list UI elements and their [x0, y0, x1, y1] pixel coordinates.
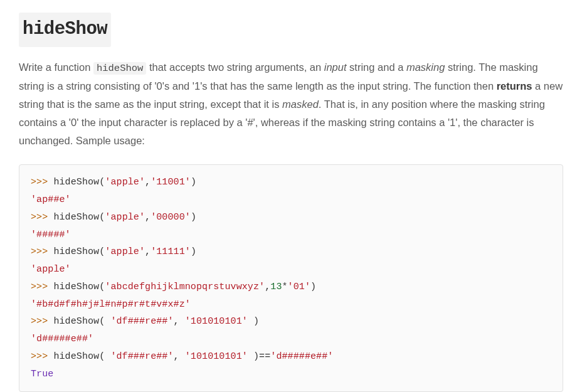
func-name: hideShow: [53, 351, 99, 362]
number-literal: 13: [270, 282, 282, 292]
repl-output: '#####': [31, 230, 71, 240]
strong-returns: returns: [497, 80, 532, 92]
string-literal: 'apple': [105, 177, 145, 188]
sample-usage-code: >>> hideShow('apple','11001') 'ap##e' >>…: [19, 164, 563, 392]
string-literal: '101010101': [185, 351, 248, 362]
bool-literal: True: [31, 369, 53, 379]
func-name: hideShow: [53, 212, 99, 223]
paren: ): [248, 351, 259, 362]
paren: (: [99, 282, 105, 292]
em-input: input: [324, 61, 347, 73]
repl-output: 'apple': [31, 264, 71, 275]
em-masked: masked: [282, 98, 319, 110]
repl-prompt: >>>: [31, 246, 53, 257]
repl-prompt: >>>: [31, 177, 53, 188]
operator: *: [282, 282, 287, 292]
paren: (: [99, 177, 105, 188]
repl-prompt: >>>: [31, 282, 53, 292]
string-literal: '11001': [151, 177, 191, 188]
paren: ): [191, 246, 196, 257]
problem-description: Write a function hideShow that accepts t…: [19, 58, 563, 150]
operator: ==: [259, 351, 270, 362]
string-literal: 'd#####e##': [270, 351, 333, 362]
comma: ,: [174, 351, 185, 362]
string-literal: 'abcdefghijklmnopqrstuvwxyz': [105, 282, 265, 292]
repl-prompt: >>>: [31, 351, 53, 362]
repl-output: 'd#####e##': [31, 334, 93, 344]
page-title: hideShow: [19, 13, 111, 47]
paren: (: [99, 316, 110, 327]
comma: ,: [265, 282, 270, 292]
desc-text: string and a: [347, 61, 406, 73]
comma: ,: [145, 212, 151, 223]
desc-text: Write a function: [19, 61, 93, 73]
comma: ,: [145, 246, 151, 257]
string-literal: '00000': [151, 212, 191, 223]
func-name: hideShow: [53, 177, 99, 188]
repl-output: '#b#d#f#h#j#l#n#p#r#t#v#x#z': [31, 299, 191, 310]
string-literal: 'df###re##': [110, 351, 173, 362]
string-literal: 'df###re##': [110, 316, 173, 327]
string-literal: 'apple': [105, 246, 145, 257]
paren: ): [248, 316, 259, 327]
repl-output: 'ap##e': [31, 194, 71, 205]
func-name: hideShow: [53, 246, 99, 257]
paren: ): [191, 212, 196, 223]
func-name: hideShow: [53, 316, 99, 327]
paren: ): [310, 282, 316, 292]
repl-prompt: >>>: [31, 212, 53, 223]
string-literal: 'apple': [105, 212, 145, 223]
paren: ): [191, 177, 196, 188]
desc-text: that accepts two string arguments, an: [146, 61, 324, 73]
repl-prompt: >>>: [31, 316, 53, 327]
paren: (: [99, 246, 105, 257]
string-literal: '11111': [151, 246, 191, 257]
inline-code-hideshow: hideShow: [93, 62, 146, 75]
string-literal: '01': [288, 282, 310, 292]
em-masking: masking: [406, 61, 445, 73]
comma: ,: [174, 316, 185, 327]
paren: (: [99, 212, 105, 223]
string-literal: '101010101': [185, 316, 248, 327]
comma: ,: [145, 177, 151, 188]
func-name: hideShow: [53, 282, 99, 292]
paren: (: [99, 351, 110, 362]
